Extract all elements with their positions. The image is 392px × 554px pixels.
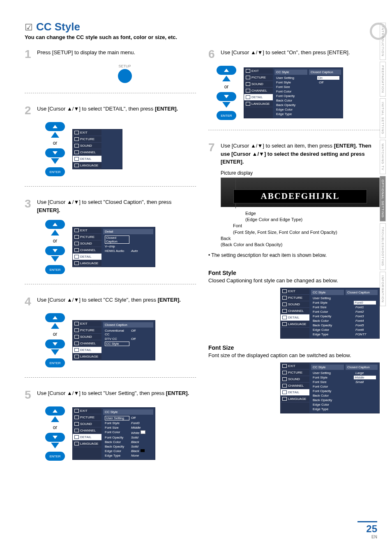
tab-preparation: PREPARATION [380,62,386,97]
svg-marker-5 [53,342,58,346]
step-3-number: 3 [25,198,34,210]
section-tabs: INTRODUCTION PREPARATION INITIAL SETTING… [380,23,392,308]
step-3-text: Use [Cursor ▲/▼] to select "Closed Capti… [37,198,196,214]
step-2-number: 2 [25,105,34,116]
svg-marker-3 [53,249,58,252]
or-text: or [224,84,229,90]
arrow-up-icon [51,416,59,422]
step-5-text: Use [Cursor ▲/▼] to select "User Setting… [37,389,196,397]
enter-button-icon: ENTER [45,265,65,274]
or-text: or [53,425,58,430]
step-5-number: 5 [25,389,34,401]
cursor-down-icon [45,148,65,157]
arrow-down-icon [51,443,59,448]
arrow-down-icon [51,256,59,262]
svg-marker-1 [53,151,58,155]
cursor-buttons-2: or ENTER [45,122,65,176]
arrow-down-icon [51,158,59,164]
arrow-down-icon [51,349,59,355]
svg-marker-0 [53,125,58,128]
note-text: • The setting description for each item … [208,252,380,258]
step-4-number: 4 [25,296,34,307]
svg-marker-7 [53,436,58,439]
or-text: or [53,140,58,146]
picture-display: ABCDEFGHIJKL [221,178,380,207]
tab-introduction: INTRODUCTION [380,23,386,60]
osd-menu-3: EXIT PICTURE SOUND CHANNEL DETAIL LANGUA… [72,227,155,267]
cursor-up-icon [45,122,65,131]
picture-display-label: Picture display [221,170,380,176]
arrow-up-icon [51,230,59,235]
checkbox-icon: ☑ [25,22,33,33]
osd-menu-2: EXIT PICTURE SOUND CHANNEL DETAIL LANGUA… [72,129,122,169]
osd-font-size: EXIT PICTURE SOUND CHANNEL DETAIL LANGUA… [280,362,380,413]
osd-menu-6: EXIT PICTURE SOUND CHANNEL DETAIL LANGUA… [244,67,343,118]
or-text: or [53,238,58,244]
step-1-text: Press [SETUP] to display the main menu. [37,48,196,57]
font-style-heading: Font Style [208,270,380,276]
cursor-down-icon [45,433,65,442]
tab-information: INFORMATION [380,272,386,306]
arrow-down-icon [222,102,231,108]
arrow-up-icon [51,132,59,138]
step-6-text: Use [Cursor ▲/▼] to select "On", then pr… [221,48,380,57]
page-subtitle: You can change the CC style such as font… [25,34,380,40]
cursor-up-icon [45,406,65,416]
cursor-up-icon [45,220,65,229]
cursor-down-icon [45,339,65,349]
page-number: 25 EN [357,520,377,539]
step-6-number: 6 [208,48,217,60]
step-1-number: 1 [25,48,34,60]
font-size-heading: Font Size [208,344,380,351]
tab-troubleshooting: TROUBLESHOOTING [380,223,386,270]
svg-marker-4 [53,316,58,319]
svg-marker-6 [53,409,58,413]
tab-watching: WATCHING TV [380,140,386,174]
page-title: CC Style [36,21,80,33]
tab-initial: INITIAL SETTING [380,98,386,138]
font-style-text: Closed Captioning font style can be chan… [208,277,380,284]
alphabet-sample: ABCDEFGHIJKL [233,189,367,203]
enter-button-icon: ENTER [45,167,65,176]
svg-marker-2 [53,223,58,226]
cursor-buttons-4: or ENTER [45,313,65,367]
cursor-up-icon [45,313,65,322]
svg-marker-9 [224,95,229,98]
osd-menu-4: EXIT PICTURE SOUND CHANNEL DETAIL LANGUA… [72,320,155,360]
osd-font-style: EXIT PICTURE SOUND CHANNEL DETAIL LANGUA… [280,288,380,339]
setup-label: SETUP [118,64,131,68]
arrow-up-icon [51,323,59,329]
cursor-down-icon [45,246,65,255]
enter-button-icon: ENTER [45,452,65,461]
tab-optional: OPTIONAL SETTING [380,176,386,222]
enter-button-icon: ENTER [45,358,65,367]
cursor-buttons-6: or ENTER [217,66,236,120]
cursor-buttons-3: or ENTER [45,220,65,274]
or-text: or [53,331,58,337]
cursor-up-icon [217,66,236,75]
svg-marker-8 [224,69,229,72]
layer-labels: Edge (Edge Color and Edge Type) Font (Fo… [221,210,380,248]
step-2-text: Use [Cursor ▲/▼] to select "DETAIL", the… [37,105,196,113]
osd-menu-5: EXIT PICTURE SOUND CHANNEL DETAIL LANGUA… [72,407,155,460]
font-size-text: Font size of the displayed caption can b… [208,352,380,359]
enter-button-icon: ENTER [217,111,236,120]
arrow-up-icon [222,76,231,81]
step-7-number: 7 [208,142,217,153]
step-7-text: Use [Cursor ▲/▼] to select an item, then… [221,142,380,166]
step-4-text: Use [Cursor ▲/▼] to select "CC Style", t… [37,296,196,304]
cursor-buttons-5: or ENTER [45,406,65,461]
cursor-down-icon [217,92,236,101]
setup-button-icon [118,69,132,83]
